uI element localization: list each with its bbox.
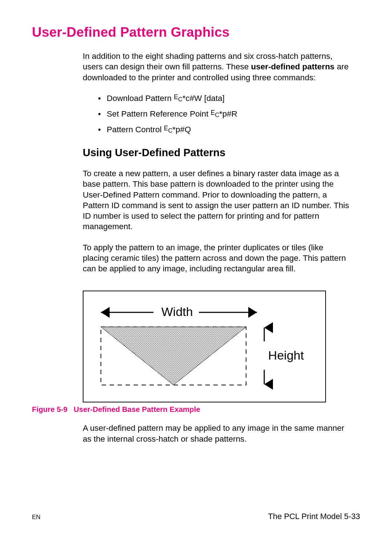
figure-caption: Figure 5-9 User-Defined Base Pattern Exa… [83,405,351,414]
cmd-tail: *c#W [data] [183,94,225,103]
paragraph-2: To apply the pattern to an image, the pr… [83,242,351,274]
intro-bold: user-defined patterns [251,62,335,71]
cmd-pre: Pattern Control [107,125,164,134]
height-label: Height [268,348,304,362]
section-heading: User-Defined Pattern Graphics [32,25,360,40]
cmd-tail: *p#R [219,109,237,118]
cmd-tail: *p#Q [172,125,191,134]
list-item: Set Pattern Reference Point EC*p#R [98,109,351,119]
figure-title: User-Defined Base Pattern Example [74,405,200,414]
list-item: Download Pattern EC*c#W [data] [98,93,351,104]
footer-left: EN [32,514,41,521]
body-column: In addition to the eight shading pattern… [83,51,351,444]
cmd-pre: Set Pattern Reference Point [107,109,211,118]
escape-prefix: E [174,93,178,101]
triangle-pattern [101,327,246,385]
figure-label: Figure 5-9 [32,405,74,414]
subsection-heading: Using User-Defined Patterns [83,146,351,160]
escape-c: C [178,96,183,102]
escape-prefix: E [164,125,168,132]
paragraph-3: A user-defined pattern may be applied to… [83,423,351,444]
page-footer: EN The PCL Print Model 5-33 [32,512,360,521]
figure-box: Width Height [83,291,326,402]
list-item: Pattern Control EC*p#Q [98,124,351,135]
cmd-pre: Download Pattern [107,94,174,103]
intro-paragraph: In addition to the eight shading pattern… [83,51,351,83]
command-list: Download Pattern EC*c#W [data] Set Patte… [83,93,351,135]
width-label: Width [162,305,193,319]
figure: Width Height Figure 5-9 User-Defined Bas… [83,291,351,414]
paragraph-1: To create a new pattern, a user defines … [83,168,351,232]
page: User-Defined Pattern Graphics In additio… [0,0,392,543]
footer-right: The PCL Print Model 5-33 [268,512,360,521]
escape-c: C [215,112,219,118]
escape-c: C [168,127,172,134]
escape-prefix: E [211,109,215,116]
pattern-diagram: Width Height [90,301,319,392]
